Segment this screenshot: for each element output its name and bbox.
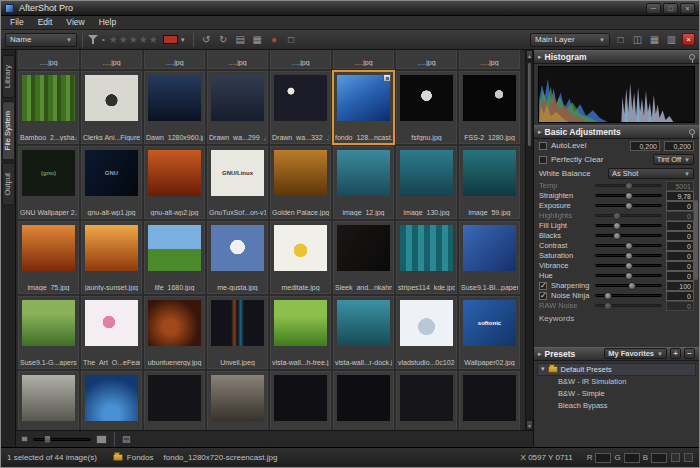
thumbnail-cell[interactable]: fondo_128...ncast.jpg (333, 71, 394, 144)
slider-track[interactable] (595, 194, 662, 197)
thumbnail-cell[interactable]: Golden Palace.jpg (270, 146, 331, 219)
thumbnail-cell[interactable]: image_59.jpg (459, 146, 520, 219)
star-icon[interactable]: ★ (109, 33, 118, 47)
slider-value[interactable]: 0 (666, 201, 694, 211)
slider-value[interactable]: 0 (666, 251, 694, 261)
thumbnail-cell[interactable]: image_12.jpg (333, 146, 394, 219)
autolevel-checkbox[interactable] (539, 142, 547, 150)
heal-icon[interactable]: ● (267, 33, 282, 47)
thumbnail-cell[interactable] (81, 371, 142, 430)
slider-value[interactable]: 0 (666, 231, 694, 241)
thumbnail-cell[interactable]: jaunty-sunset.jpg (81, 221, 142, 294)
thumbnail-cell[interactable]: me-gusta.jpg (207, 221, 268, 294)
thumbnail-cell[interactable]: GNU/LinuxGnuTuxSof...on-v1.jpg (207, 146, 268, 219)
sharpening-checkbox[interactable] (539, 282, 547, 290)
thumbnail-cell[interactable]: Suse9.1-Bl...papers.jpg (459, 221, 520, 294)
monitor-icon[interactable]: □ (284, 33, 299, 47)
camera-icon[interactable]: ▦ (250, 33, 265, 47)
thumbnail-cell[interactable] (207, 371, 268, 430)
panel-scrollbar-thumb[interactable] (694, 200, 698, 280)
thumbnail-cell[interactable] (270, 371, 331, 430)
slider-value[interactable]: 0 (666, 301, 694, 311)
slider-value[interactable]: 5001 (666, 181, 694, 191)
thumbnail-cell[interactable] (18, 371, 79, 430)
sidebar-tab-file-system[interactable]: File System (2, 101, 15, 160)
star-icon[interactable]: ★ (139, 33, 148, 47)
pin-icon[interactable] (689, 129, 695, 135)
slider-handle[interactable] (628, 282, 636, 290)
slider-handle[interactable] (625, 272, 633, 280)
slider-track[interactable] (595, 214, 662, 217)
slider-track[interactable] (595, 204, 662, 207)
scroll-down-icon[interactable]: ▼ (526, 420, 533, 430)
maximize-button[interactable]: □ (663, 3, 678, 14)
noise-ninja-checkbox[interactable] (539, 292, 547, 300)
autolevel-low-value[interactable]: 0,200 (630, 141, 660, 151)
autolevel-high-value[interactable]: 0,200 (664, 141, 694, 151)
single-view-icon[interactable]: □ (613, 33, 628, 47)
slider-handle[interactable] (604, 292, 612, 300)
slider-track[interactable] (595, 274, 662, 277)
thumbnail-cell[interactable]: ….jpg (270, 50, 331, 69)
thumbnail-cell[interactable]: Drawn_wa...299_.jpg (207, 71, 268, 144)
rating-dot-icon[interactable]: • (101, 35, 106, 44)
presets-header[interactable]: ▸ Presets My Favorites ▼ + − (534, 347, 699, 361)
slider-value[interactable]: 0 (666, 211, 694, 221)
keywords-section[interactable]: Keywords (534, 311, 699, 347)
slider-handle[interactable] (625, 262, 633, 270)
slider-value[interactable]: 100 (666, 281, 694, 291)
thumbnail-cell[interactable]: ….jpg (396, 50, 457, 69)
titlebar[interactable]: AfterShot Pro ─ □ × (1, 1, 699, 16)
preset-folder[interactable]: ▾Default Presets (537, 363, 696, 376)
multi-view-icon[interactable]: ▥ (664, 33, 679, 47)
thumbnail-cell[interactable]: meditate.jpg (270, 221, 331, 294)
thumbnail-cell[interactable]: ….jpg (459, 50, 520, 69)
slider-handle[interactable] (604, 302, 612, 310)
sidebar-tab-library[interactable]: Library (2, 55, 15, 98)
slider-track[interactable] (595, 184, 662, 187)
thumbnail-cell[interactable]: image_75.jpg (18, 221, 79, 294)
thumbnail-cell[interactable]: stripes114_kde.jpg (396, 221, 457, 294)
thumbnail-cell[interactable]: Drawn_wa...332_.jpg (270, 71, 331, 144)
current-folder[interactable]: Fondos (127, 453, 154, 462)
thumbnail-cell[interactable]: life_1680.jpg (144, 221, 205, 294)
status-option-icon[interactable] (671, 453, 680, 462)
tint-dropdown[interactable]: Tint Off ▼ (653, 154, 694, 165)
slideshow-icon[interactable]: ▤ (233, 33, 248, 47)
thumbnail-cell[interactable]: ….jpg (333, 50, 394, 69)
thumbnail-cell[interactable] (459, 371, 520, 430)
sidebar-tab-output[interactable]: Output (2, 163, 15, 206)
thumbnail-cell[interactable]: The_Art_O...eFear.jpg (81, 296, 142, 369)
slider-value[interactable]: 0 (666, 291, 694, 301)
thumbnail-cell[interactable]: ….jpg (81, 50, 142, 69)
star-icon[interactable]: ★ (119, 33, 128, 47)
menu-item-view[interactable]: View (59, 16, 91, 29)
thumbnail-cell[interactable]: vista-wall...r-dock.jpg (333, 296, 394, 369)
filter-funnel-icon[interactable] (88, 34, 98, 45)
perfectly-clear-checkbox[interactable] (539, 156, 547, 164)
preset-item[interactable]: Bleach Bypass (534, 400, 699, 412)
white-balance-dropdown[interactable]: As Shot ▼ (608, 168, 694, 179)
rotate-left-icon[interactable]: ↺ (199, 33, 214, 47)
thumbnail-cell[interactable]: ….jpg (144, 50, 205, 69)
slider-handle[interactable] (625, 182, 633, 190)
slider-track[interactable] (595, 294, 662, 297)
menu-item-help[interactable]: Help (92, 16, 123, 29)
thumbnail-cell[interactable]: (gnu)GNU Wallpaper 2.jpg (18, 146, 79, 219)
thumbnail-cell[interactable]: softonicWallpaper02.jpg (459, 296, 520, 369)
menu-item-file[interactable]: File (3, 16, 31, 29)
menu-item-edit[interactable]: Edit (31, 16, 60, 29)
grid-scrollbar[interactable]: ▲ ▼ (525, 50, 533, 430)
rotate-right-icon[interactable]: ↻ (216, 33, 231, 47)
scrollbar-thumb[interactable] (527, 62, 532, 147)
slider-value[interactable]: 0 (666, 261, 694, 271)
thumbnail-cell[interactable] (333, 371, 394, 430)
thumbnail-cell[interactable]: ….jpg (18, 50, 79, 69)
layout-toggle-icon[interactable]: ▤ (122, 431, 131, 447)
scroll-up-icon[interactable]: ▲ (526, 50, 533, 60)
thumbnail-cell[interactable]: Unveil.jpeg (207, 296, 268, 369)
slider-value[interactable]: 0 (666, 221, 694, 231)
close-button[interactable]: × (680, 3, 695, 14)
pin-icon[interactable] (689, 54, 695, 60)
slider-track[interactable] (595, 224, 662, 227)
